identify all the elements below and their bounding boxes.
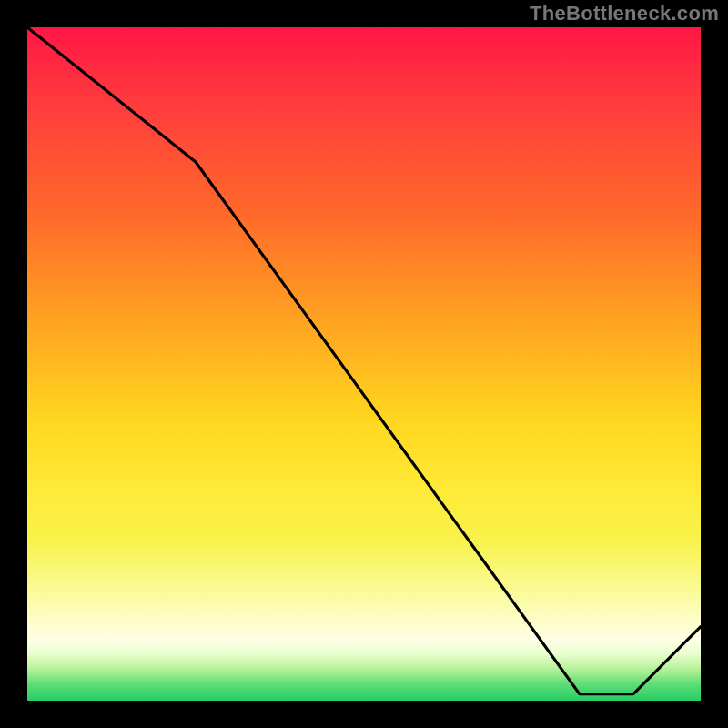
series-line: [27, 27, 701, 694]
chart-frame: TheBottleneck.com: [0, 0, 728, 728]
line-overlay: [27, 27, 701, 701]
watermark-text: TheBottleneck.com: [530, 2, 719, 25]
plot-area: [27, 27, 701, 701]
